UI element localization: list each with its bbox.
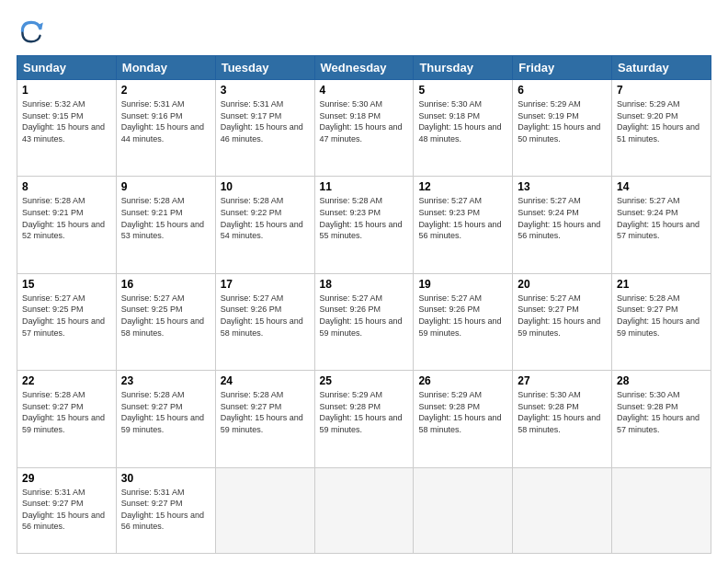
calendar-cell: 21Sunrise: 5:28 AMSunset: 9:27 PMDayligh… [612, 273, 711, 370]
day-info: Sunrise: 5:32 AMSunset: 9:15 PMDaylight:… [22, 98, 111, 144]
day-number: 1 [22, 84, 111, 97]
calendar-row-4: 22Sunrise: 5:28 AMSunset: 9:27 PMDayligh… [17, 371, 711, 467]
calendar-table: SundayMondayTuesdayWednesdayThursdayFrid… [17, 55, 711, 554]
calendar-row-5: 29Sunrise: 5:31 AMSunset: 9:27 PMDayligh… [17, 467, 711, 554]
calendar-cell: 8Sunrise: 5:28 AMSunset: 9:21 PMDaylight… [17, 177, 117, 273]
calendar-cell: 28Sunrise: 5:30 AMSunset: 9:28 PMDayligh… [612, 371, 711, 467]
day-number: 2 [121, 84, 210, 97]
calendar-cell: 23Sunrise: 5:28 AMSunset: 9:27 PMDayligh… [116, 371, 215, 467]
day-info: Sunrise: 5:27 AMSunset: 9:24 PMDaylight:… [617, 195, 706, 241]
day-info: Sunrise: 5:29 AMSunset: 9:28 PMDaylight:… [418, 389, 507, 435]
calendar-cell: 29Sunrise: 5:31 AMSunset: 9:27 PMDayligh… [17, 467, 117, 554]
day-number: 25 [320, 374, 409, 387]
day-number: 19 [418, 278, 507, 291]
day-info: Sunrise: 5:28 AMSunset: 9:22 PMDaylight:… [221, 195, 310, 241]
day-number: 20 [518, 278, 607, 291]
calendar-row-2: 8Sunrise: 5:28 AMSunset: 9:21 PMDaylight… [17, 177, 711, 273]
weekday-header-friday: Friday [513, 56, 612, 80]
day-info: Sunrise: 5:28 AMSunset: 9:27 PMDaylight:… [221, 389, 310, 435]
calendar-cell: 20Sunrise: 5:27 AMSunset: 9:27 PMDayligh… [513, 273, 612, 370]
calendar-cell: 13Sunrise: 5:27 AMSunset: 9:24 PMDayligh… [513, 177, 612, 273]
day-info: Sunrise: 5:30 AMSunset: 9:28 PMDaylight:… [518, 389, 607, 435]
calendar-cell: 14Sunrise: 5:27 AMSunset: 9:24 PMDayligh… [612, 177, 711, 273]
day-number: 9 [121, 180, 210, 193]
calendar-cell: 6Sunrise: 5:29 AMSunset: 9:19 PMDaylight… [513, 80, 612, 177]
day-number: 23 [121, 374, 210, 387]
calendar-cell: 3Sunrise: 5:31 AMSunset: 9:17 PMDaylight… [215, 80, 314, 177]
day-number: 27 [518, 374, 607, 387]
calendar-cell: 24Sunrise: 5:28 AMSunset: 9:27 PMDayligh… [215, 371, 314, 467]
day-info: Sunrise: 5:28 AMSunset: 9:27 PMDaylight:… [121, 389, 210, 435]
day-number: 8 [22, 180, 111, 193]
day-number: 18 [320, 278, 409, 291]
logo-icon [17, 17, 46, 46]
page: SundayMondayTuesdayWednesdayThursdayFrid… [0, 0, 728, 563]
calendar-cell: 25Sunrise: 5:29 AMSunset: 9:28 PMDayligh… [314, 371, 414, 467]
day-number: 3 [221, 84, 310, 97]
day-info: Sunrise: 5:27 AMSunset: 9:25 PMDaylight:… [22, 293, 111, 339]
calendar-cell: 19Sunrise: 5:27 AMSunset: 9:26 PMDayligh… [414, 273, 513, 370]
day-info: Sunrise: 5:28 AMSunset: 9:27 PMDaylight:… [617, 293, 706, 339]
calendar-cell [612, 467, 711, 554]
calendar-cell: 12Sunrise: 5:27 AMSunset: 9:23 PMDayligh… [414, 177, 513, 273]
day-info: Sunrise: 5:28 AMSunset: 9:23 PMDaylight:… [320, 195, 409, 241]
day-info: Sunrise: 5:31 AMSunset: 9:27 PMDaylight:… [121, 487, 210, 533]
calendar-cell [414, 467, 513, 554]
weekday-header-saturday: Saturday [612, 56, 711, 80]
calendar-cell: 10Sunrise: 5:28 AMSunset: 9:22 PMDayligh… [215, 177, 314, 273]
calendar-cell [513, 467, 612, 554]
day-info: Sunrise: 5:27 AMSunset: 9:27 PMDaylight:… [518, 293, 607, 339]
day-info: Sunrise: 5:29 AMSunset: 9:19 PMDaylight:… [518, 98, 607, 144]
day-number: 30 [121, 472, 210, 485]
day-info: Sunrise: 5:30 AMSunset: 9:28 PMDaylight:… [617, 389, 706, 435]
day-info: Sunrise: 5:27 AMSunset: 9:25 PMDaylight:… [121, 293, 210, 339]
day-info: Sunrise: 5:27 AMSunset: 9:26 PMDaylight:… [221, 293, 310, 339]
weekday-header-wednesday: Wednesday [314, 56, 414, 80]
day-number: 28 [617, 374, 706, 387]
day-info: Sunrise: 5:29 AMSunset: 9:28 PMDaylight:… [320, 389, 409, 435]
day-info: Sunrise: 5:28 AMSunset: 9:21 PMDaylight:… [121, 195, 210, 241]
day-info: Sunrise: 5:28 AMSunset: 9:27 PMDaylight:… [22, 389, 111, 435]
day-info: Sunrise: 5:30 AMSunset: 9:18 PMDaylight:… [418, 98, 507, 144]
calendar-cell: 26Sunrise: 5:29 AMSunset: 9:28 PMDayligh… [414, 371, 513, 467]
day-info: Sunrise: 5:29 AMSunset: 9:20 PMDaylight:… [617, 98, 706, 144]
day-number: 4 [320, 84, 409, 97]
day-number: 6 [518, 84, 607, 97]
weekday-header-row: SundayMondayTuesdayWednesdayThursdayFrid… [17, 56, 711, 80]
calendar-cell: 16Sunrise: 5:27 AMSunset: 9:25 PMDayligh… [116, 273, 215, 370]
calendar-cell: 9Sunrise: 5:28 AMSunset: 9:21 PMDaylight… [116, 177, 215, 273]
header [17, 17, 711, 46]
day-number: 17 [221, 278, 310, 291]
day-number: 16 [121, 278, 210, 291]
calendar-cell: 15Sunrise: 5:27 AMSunset: 9:25 PMDayligh… [17, 273, 117, 370]
day-number: 12 [418, 180, 507, 193]
day-number: 7 [617, 84, 706, 97]
day-number: 24 [221, 374, 310, 387]
calendar-cell [215, 467, 314, 554]
logo [17, 17, 51, 46]
day-info: Sunrise: 5:30 AMSunset: 9:18 PMDaylight:… [320, 98, 409, 144]
calendar-cell: 7Sunrise: 5:29 AMSunset: 9:20 PMDaylight… [612, 80, 711, 177]
calendar-cell: 1Sunrise: 5:32 AMSunset: 9:15 PMDaylight… [17, 80, 117, 177]
calendar-cell: 11Sunrise: 5:28 AMSunset: 9:23 PMDayligh… [314, 177, 414, 273]
day-info: Sunrise: 5:27 AMSunset: 9:23 PMDaylight:… [418, 195, 507, 241]
day-info: Sunrise: 5:27 AMSunset: 9:24 PMDaylight:… [518, 195, 607, 241]
day-number: 5 [418, 84, 507, 97]
day-number: 29 [22, 472, 111, 485]
calendar-row-3: 15Sunrise: 5:27 AMSunset: 9:25 PMDayligh… [17, 273, 711, 370]
calendar-cell: 5Sunrise: 5:30 AMSunset: 9:18 PMDaylight… [414, 80, 513, 177]
calendar-cell: 22Sunrise: 5:28 AMSunset: 9:27 PMDayligh… [17, 371, 117, 467]
weekday-header-sunday: Sunday [17, 56, 117, 80]
day-number: 15 [22, 278, 111, 291]
calendar-cell [314, 467, 414, 554]
calendar-cell: 17Sunrise: 5:27 AMSunset: 9:26 PMDayligh… [215, 273, 314, 370]
weekday-header-monday: Monday [116, 56, 215, 80]
day-number: 14 [617, 180, 706, 193]
weekday-header-thursday: Thursday [414, 56, 513, 80]
day-number: 13 [518, 180, 607, 193]
calendar-cell: 2Sunrise: 5:31 AMSunset: 9:16 PMDaylight… [116, 80, 215, 177]
day-number: 11 [320, 180, 409, 193]
day-info: Sunrise: 5:31 AMSunset: 9:17 PMDaylight:… [221, 98, 310, 144]
weekday-header-tuesday: Tuesday [215, 56, 314, 80]
day-number: 10 [221, 180, 310, 193]
